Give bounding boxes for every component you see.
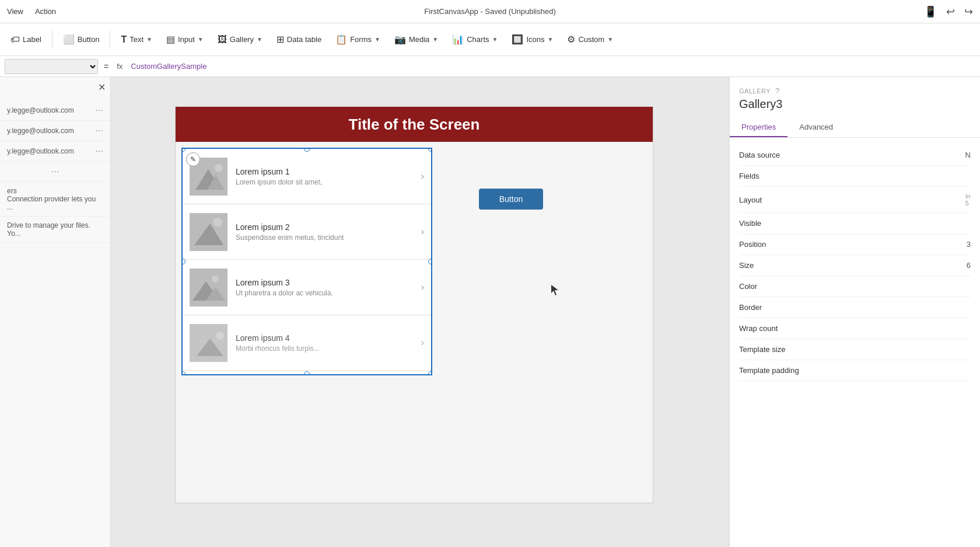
app-title: FirstCanvasApp - Saved (Unpublished) <box>424 7 555 16</box>
position-label: Position <box>739 240 766 249</box>
sidebar-close-button[interactable]: ✕ <box>98 82 106 93</box>
charts-button-text: Charts <box>467 35 489 44</box>
visible-label: Visible <box>739 219 761 228</box>
formula-fx-symbol[interactable]: fx <box>114 62 125 71</box>
screen-title-bar: Title of the Screen <box>176 107 653 142</box>
phone-icon[interactable]: 📱 <box>924 5 937 18</box>
layout-label: Layout <box>739 196 762 204</box>
forms-icon: 📋 <box>335 34 347 45</box>
label-button-text: Label <box>23 35 41 44</box>
list-item[interactable]: ··· <box>0 162 110 182</box>
formula-bar-select[interactable] <box>5 59 98 74</box>
input-button-text: Input <box>178 35 195 44</box>
canvas-area[interactable]: Title of the Screen ✎ <box>111 77 729 547</box>
list-item[interactable]: y.legge@outlook.com ··· <box>0 100 110 121</box>
gallery-edit-icon[interactable]: ✎ <box>186 152 200 166</box>
redo-icon[interactable]: ↪ <box>964 5 973 18</box>
sidebar-item-text: y.legge@outlook.com <box>7 106 96 114</box>
gallery-caret: ▼ <box>257 36 262 43</box>
resize-handle-mr[interactable] <box>428 259 432 264</box>
sidebar-item-more-icon[interactable]: ··· <box>96 146 103 156</box>
text-icon: T <box>121 34 127 45</box>
list-item[interactable]: ers Connection provider lets you ... <box>0 182 110 217</box>
gallery-item-1[interactable]: Lorem ipsum 1 Lorem ipsum dolor sit amet… <box>183 149 431 204</box>
fields-label: Fields <box>739 172 760 180</box>
tab-properties[interactable]: Properties <box>730 118 788 137</box>
text-button[interactable]: T Text ▼ <box>115 31 158 48</box>
gallery-item-arrow-1: › <box>421 171 424 182</box>
gallery-item-thumb-3 <box>190 269 228 306</box>
data-source-value[interactable]: N <box>965 151 971 159</box>
gallery-item-content-3: Lorem ipsum 3 Ut pharetra a dolor ac veh… <box>236 278 421 297</box>
canvas-button-label: Button <box>499 194 523 204</box>
gallery-item-3[interactable]: Lorem ipsum 3 Ut pharetra a dolor ac veh… <box>183 260 431 315</box>
thumbnail-mountain-icon <box>190 213 228 251</box>
size-value[interactable]: 6 <box>967 261 971 270</box>
gallery-item-desc-4: Morbi rhoncus felis turpis... <box>236 344 421 353</box>
gallery-item-thumb-2 <box>190 213 228 251</box>
canvas-button[interactable]: Button <box>479 189 543 210</box>
position-value[interactable]: 3 <box>967 240 971 249</box>
gallery-button-text: Gallery <box>230 35 254 44</box>
toolbar-sep-2 <box>110 30 110 49</box>
properties-section: Data source N Fields Layout In5 Visible … <box>730 138 980 388</box>
screen-title: Title of the Screen <box>349 116 480 134</box>
list-item[interactable]: y.legge@outlook.com ··· <box>0 121 110 141</box>
sidebar-item-more-icon[interactable]: ··· <box>96 105 103 116</box>
color-label: Color <box>739 282 757 291</box>
menu-view[interactable]: View <box>7 7 23 16</box>
property-template-padding: Template padding <box>739 360 971 381</box>
gallery-item-4[interactable]: Lorem ipsum 4 Morbi rhoncus felis turpis… <box>183 315 431 371</box>
layout-value[interactable]: In5 <box>965 193 971 207</box>
sidebar-item-text: ers <box>7 187 17 195</box>
input-icon: ▤ <box>166 34 175 45</box>
text-button-text: Text <box>130 35 144 44</box>
undo-icon[interactable]: ↩ <box>946 5 955 18</box>
gallery-item-title-2: Lorem ipsum 2 <box>236 222 421 232</box>
media-button-text: Media <box>409 35 429 44</box>
datatable-button[interactable]: ⊞ Data table <box>271 30 327 48</box>
formula-bar-input[interactable] <box>128 59 975 74</box>
sidebar-item-more-icon[interactable]: ··· <box>96 126 103 136</box>
gallery-item-2[interactable]: Lorem ipsum 2 Suspendisse enim metus, ti… <box>183 204 431 260</box>
custom-button[interactable]: ⚙ Custom ▼ <box>561 30 619 48</box>
list-item[interactable]: Drive to manage your files. Yo... <box>0 217 110 243</box>
label-button[interactable]: 🏷 Label <box>5 31 47 48</box>
tab-advanced[interactable]: Advanced <box>788 118 845 137</box>
gallery-item-arrow-3: › <box>421 282 424 292</box>
media-button[interactable]: 📷 Media ▼ <box>388 30 444 48</box>
datatable-icon: ⊞ <box>276 34 284 45</box>
resize-handle-bl[interactable] <box>181 371 186 375</box>
resize-handle-bc[interactable] <box>304 371 310 375</box>
edit-pencil-icon: ✎ <box>190 155 196 163</box>
list-item[interactable]: y.legge@outlook.com ··· <box>0 141 110 162</box>
left-sidebar: ✕ y.legge@outlook.com ··· y.legge@outloo… <box>0 77 111 547</box>
sidebar-item-text: y.legge@outlook.com <box>7 147 96 155</box>
gallery-item-arrow-4: › <box>421 337 424 348</box>
svg-point-3 <box>215 164 223 172</box>
property-data-source: Data source N <box>739 145 971 166</box>
gallery-item-thumb-4 <box>190 324 228 362</box>
property-size: Size 6 <box>739 255 971 276</box>
input-button[interactable]: ▤ Input ▼ <box>160 30 209 48</box>
icons-button[interactable]: 🔲 Icons ▼ <box>506 30 559 48</box>
svg-point-10 <box>212 276 219 283</box>
gallery-button[interactable]: 🖼 Gallery ▼ <box>212 31 268 48</box>
menu-action[interactable]: Action <box>35 7 56 16</box>
property-color: Color <box>739 276 971 297</box>
button-button[interactable]: ⬜ Button <box>57 30 106 48</box>
charts-button[interactable]: 📊 Charts ▼ <box>446 30 503 48</box>
toolbar-sep-1 <box>52 30 52 49</box>
sidebar-item-more-icon[interactable]: ··· <box>51 166 59 177</box>
resize-handle-br[interactable] <box>428 371 432 375</box>
gallery-component[interactable]: ✎ Lorem ipsum 1 Lorem ipsum d <box>181 148 432 375</box>
template-size-label: Template size <box>739 345 785 354</box>
gallery-item-desc-3: Ut pharetra a dolor ac vehicula. <box>236 289 421 297</box>
resize-handle-tr[interactable] <box>428 148 432 152</box>
main-layout: ✕ y.legge@outlook.com ··· y.legge@outloo… <box>0 77 980 547</box>
menu-bar: View Action FirstCanvasApp - Saved (Unpu… <box>0 0 980 23</box>
help-icon[interactable]: ? <box>775 86 779 95</box>
tab-properties-label: Properties <box>741 123 776 131</box>
forms-button[interactable]: 📋 Forms ▼ <box>330 30 386 48</box>
property-visible: Visible <box>739 213 971 234</box>
